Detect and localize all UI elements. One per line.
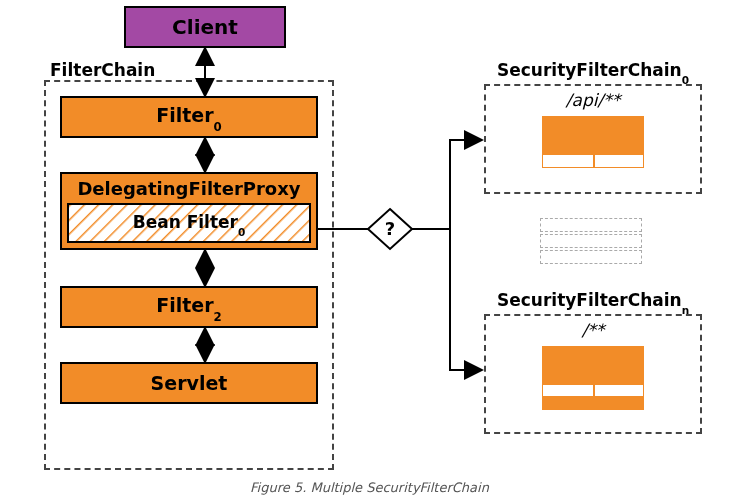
- bean-filter-label: Bean Filter0: [129, 212, 250, 234]
- filter0-label: Filter0: [156, 104, 222, 130]
- sfc0-container: /api/**: [484, 84, 702, 194]
- figure-caption: Figure 5. Multiple SecurityFilterChain: [0, 480, 739, 495]
- sfcn-pattern: /**: [582, 320, 605, 340]
- bean-filter-box: Bean Filter0: [67, 203, 311, 243]
- client-label: Client: [172, 15, 238, 39]
- filterchain-label: FilterChain: [50, 60, 155, 80]
- delegating-filter-proxy-box: DelegatingFilterProxy Bean Filter0: [60, 172, 318, 250]
- client-box: Client: [124, 6, 286, 48]
- middle-filters-stack: [540, 218, 642, 264]
- delegating-label: DelegatingFilterProxy: [77, 178, 300, 199]
- svg-marker-8: [368, 209, 412, 249]
- filter2-box: Filter2: [60, 286, 318, 328]
- filterchain-container: [44, 80, 334, 470]
- sfcn-title: SecurityFilterChainn: [497, 290, 689, 312]
- servlet-box: Servlet: [60, 362, 318, 404]
- filter0-box: Filter0: [60, 96, 318, 138]
- sfc0-title: SecurityFilterChain0: [497, 60, 689, 82]
- sfc0-filters-stack: [542, 116, 644, 166]
- sfcn-filters-stack: [542, 346, 644, 409]
- filter2-label: Filter2: [156, 294, 222, 320]
- svg-text:?: ?: [385, 218, 395, 239]
- servlet-label: Servlet: [151, 372, 228, 394]
- sfcn-container: /**: [484, 314, 702, 434]
- sfc0-pattern: /api/**: [566, 90, 620, 110]
